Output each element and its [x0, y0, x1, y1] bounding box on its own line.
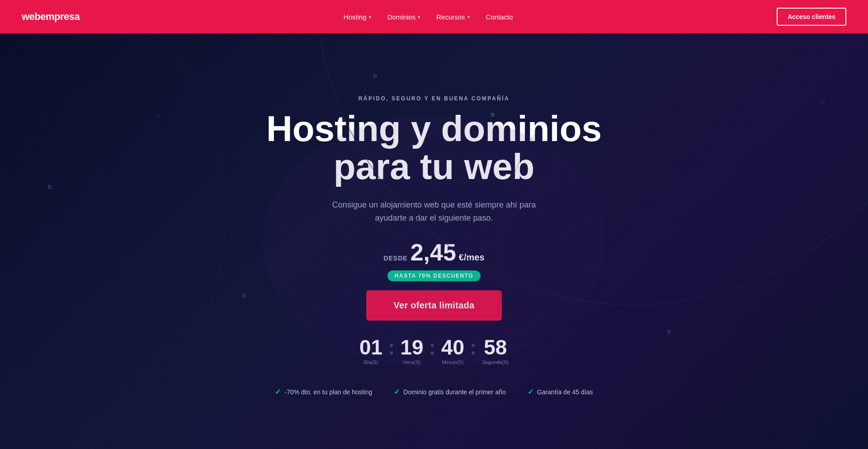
svg-point-16: [821, 99, 825, 103]
feature-label-1: -70% dto. en tu plan de hosting: [284, 388, 372, 396]
feature-label-2: Dominio gratis durante el primer año: [403, 388, 505, 396]
check-icon-1: ✓: [275, 388, 281, 396]
nav-item-contacto[interactable]: Contacto: [486, 13, 513, 21]
countdown-separator-1: :: [388, 337, 395, 358]
feature-item-3: ✓ Garantía de 45 días: [528, 388, 593, 396]
svg-point-13: [157, 113, 160, 116]
countdown-days-label: Día(s): [364, 359, 378, 365]
price-amount: 2,45: [410, 241, 456, 264]
countdown-hours-label: Hora(s): [403, 359, 421, 365]
countdown-minutes: 40 Minuto(s): [441, 337, 464, 365]
svg-line-17: [814, 102, 821, 108]
nav-item-dominios[interactable]: Dominios ▾: [387, 13, 420, 21]
hero-eyebrow: RÁPIDO, SEGURO Y EN BUENA COMPAÑÍA: [359, 95, 510, 102]
price-suffix: €/mes: [459, 252, 485, 263]
countdown-separator-3: :: [470, 337, 476, 358]
svg-point-9: [48, 186, 51, 189]
nav-item-hosting[interactable]: Hosting ▾: [344, 13, 371, 21]
hero-section: RÁPIDO, SEGURO Y EN BUENA COMPAÑÍA Hosti…: [0, 33, 868, 449]
countdown-seconds-label: Segundo(s): [482, 359, 509, 365]
hero-title: Hosting y dominios para tu web: [266, 110, 602, 186]
navbar: webempresa Hosting ▾ Dominios ▾ Recursos…: [0, 0, 868, 33]
svg-point-8: [243, 294, 244, 295]
svg-point-2: [497, 33, 868, 449]
logo[interactable]: webempresa: [22, 11, 80, 23]
discount-badge: HASTA 70% DESCUENTO: [387, 270, 481, 281]
countdown-seconds-value: 58: [484, 337, 507, 358]
price-row: DESDE 2,45 €/mes: [383, 241, 484, 264]
svg-line-14: [158, 116, 160, 124]
svg-point-7: [243, 294, 245, 297]
nav-links: Hosting ▾ Dominios ▾ Recursos ▾ Contacto: [344, 13, 513, 21]
countdown-days-value: 01: [359, 337, 382, 358]
svg-point-1: [0, 33, 226, 449]
svg-point-6: [374, 75, 375, 76]
countdown: 01 Día(s) : 19 Hora(s) : 40 Minuto(s) : …: [359, 337, 509, 365]
chevron-down-icon: ▾: [369, 14, 371, 19]
feature-label-3: Garantía de 45 días: [537, 388, 593, 396]
chevron-down-icon: ▾: [467, 14, 470, 19]
countdown-separator-2: :: [429, 337, 436, 358]
countdown-hours: 19 Hora(s): [400, 337, 423, 365]
price-prefix: DESDE: [383, 255, 407, 262]
features-row: ✓ -70% dto. en tu plan de hosting ✓ Domi…: [275, 388, 593, 396]
chevron-down-icon: ▾: [418, 14, 420, 19]
svg-point-5: [374, 75, 377, 78]
countdown-minutes-value: 40: [441, 337, 464, 358]
cta-button[interactable]: Ver oferta limitada: [366, 290, 501, 321]
check-icon-2: ✓: [394, 388, 400, 396]
nav-item-recursos[interactable]: Recursos ▾: [436, 13, 469, 21]
acceso-clientes-button[interactable]: Acceso clientes: [777, 8, 846, 26]
countdown-seconds: 58 Segundo(s): [482, 337, 509, 365]
check-icon-3: ✓: [528, 388, 533, 396]
countdown-hours-value: 19: [400, 337, 423, 358]
countdown-minutes-label: Minuto(s): [442, 359, 464, 365]
feature-item-1: ✓ -70% dto. en tu plan de hosting: [275, 388, 372, 396]
svg-point-10: [48, 185, 50, 187]
svg-point-12: [668, 330, 669, 331]
countdown-days: 01 Día(s): [359, 337, 382, 365]
svg-point-11: [668, 331, 670, 333]
feature-item-2: ✓ Dominio gratis durante el primer año: [394, 388, 505, 396]
hero-subtitle: Consigue un alojamiento web que esté sie…: [316, 199, 552, 225]
